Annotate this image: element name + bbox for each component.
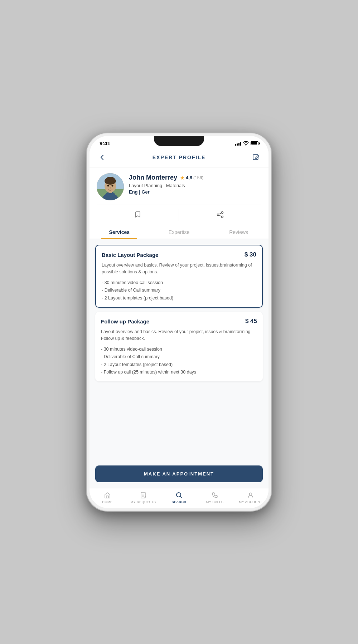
- edit-button[interactable]: [251, 152, 261, 163]
- svg-point-10: [107, 185, 109, 187]
- notch: [154, 136, 204, 146]
- tab-expertise[interactable]: Expertise: [149, 225, 209, 239]
- bookmark-button[interactable]: [97, 209, 179, 221]
- svg-point-9: [106, 177, 115, 182]
- tab-reviews[interactable]: Reviews: [209, 225, 268, 239]
- service-price-followup: $ 45: [245, 318, 257, 325]
- nav-label-calls: MY CALLS: [206, 500, 223, 504]
- rating-container: ★ 4,8 (156): [180, 175, 203, 181]
- service-header-basic: Basic Layout Package $ 30: [102, 251, 256, 258]
- profile-name-row: John Monterrey ★ 4,8 (156): [129, 174, 261, 181]
- app-header: EXPERT PROFILE: [90, 148, 268, 167]
- signal-bars-icon: [235, 141, 241, 146]
- service-features-basic: - 30 minutes video-call session - Delive…: [102, 280, 256, 302]
- review-count: (156): [193, 175, 203, 180]
- profile-name: John Monterrey: [129, 174, 177, 181]
- status-bar: 9:41: [90, 136, 268, 148]
- home-icon: [103, 491, 111, 499]
- svg-point-23: [250, 493, 252, 496]
- profile-section: John Monterrey ★ 4,8 (156) Layout Planni…: [90, 167, 268, 225]
- service-description-followup: Layout overview and basics. Review of yo…: [101, 328, 257, 342]
- bookmark-icon: [134, 211, 142, 219]
- profile-info: John Monterrey ★ 4,8 (156) Layout Planni…: [97, 173, 261, 200]
- bottom-nav: HOME MY REQUESTS: [90, 488, 268, 508]
- list-item: - 30 minutes video-call session: [101, 346, 257, 353]
- rating-value: 4,8: [186, 175, 192, 180]
- share-button[interactable]: [179, 209, 261, 221]
- svg-point-12: [110, 187, 111, 189]
- svg-point-15: [222, 216, 223, 218]
- share-icon: [216, 211, 224, 219]
- wifi-icon: [243, 141, 249, 146]
- nav-item-requests[interactable]: MY REQUESTS: [125, 491, 161, 504]
- service-price-basic: $ 30: [245, 251, 256, 258]
- avatar: [97, 173, 124, 200]
- list-item: - 2 Layout templates (project based): [101, 362, 257, 368]
- account-icon: [247, 491, 255, 499]
- calls-icon: [211, 491, 219, 499]
- services-content: Basic Layout Package $ 30 Layout overvie…: [90, 239, 268, 461]
- search-icon: [175, 491, 183, 499]
- service-header-followup: Follow up Package $ 45: [101, 318, 257, 325]
- service-card-followup[interactable]: Follow up Package $ 45 Layout overview a…: [95, 312, 263, 381]
- svg-point-13: [222, 212, 223, 214]
- status-icons: [235, 141, 258, 146]
- service-card-basic[interactable]: Basic Layout Package $ 30 Layout overvie…: [95, 245, 263, 308]
- cta-section: MAKE AN APPOINTMENT: [90, 461, 268, 488]
- nav-item-search[interactable]: SEARCH: [161, 491, 197, 504]
- profile-specialty: Layout Planning | Materials: [129, 183, 261, 188]
- list-item: - 30 minutes video-call session: [102, 280, 256, 286]
- nav-label-account: MY ACCOUNT: [239, 500, 262, 504]
- star-icon: ★: [180, 175, 185, 181]
- tab-services[interactable]: Services: [90, 225, 149, 239]
- tabs: Services Expertise Reviews: [90, 225, 268, 239]
- nav-item-calls[interactable]: MY CALLS: [197, 491, 233, 504]
- svg-line-16: [219, 213, 221, 214]
- list-item: - Deliverable of Call summary: [101, 354, 257, 360]
- list-item: - Deliverable of Call summary: [102, 287, 256, 294]
- profile-language: Eng | Ger: [129, 189, 261, 195]
- service-title-basic: Basic Layout Package: [102, 252, 158, 258]
- nav-label-home: HOME: [102, 500, 113, 504]
- app-content: EXPERT PROFILE: [90, 148, 268, 508]
- profile-details: John Monterrey ★ 4,8 (156) Layout Planni…: [129, 173, 261, 195]
- requests-icon: [139, 491, 147, 499]
- list-item: - 2 Layout templates (project based): [102, 295, 256, 302]
- service-features-followup: - 30 minutes video-call session - Delive…: [101, 346, 257, 376]
- svg-point-14: [217, 214, 219, 216]
- service-description-basic: Layout overview and basics. Review of yo…: [102, 262, 256, 275]
- nav-item-account[interactable]: MY ACCOUNT: [233, 491, 268, 504]
- svg-point-11: [112, 185, 113, 187]
- nav-item-home[interactable]: HOME: [90, 491, 125, 504]
- nav-label-requests: MY REQUESTS: [131, 500, 156, 504]
- service-title-followup: Follow up Package: [101, 318, 149, 325]
- status-time: 9:41: [100, 140, 110, 146]
- page-title: EXPERT PROFILE: [153, 155, 206, 160]
- phone-inner: 9:41: [90, 136, 268, 508]
- profile-actions: [97, 205, 261, 221]
- make-appointment-button[interactable]: MAKE AN APPOINTMENT: [95, 465, 263, 482]
- svg-line-17: [219, 215, 221, 216]
- list-item: - Follow up call (25 minutes) within nex…: [101, 369, 257, 376]
- nav-label-search: SEARCH: [171, 500, 186, 504]
- back-button[interactable]: [97, 152, 107, 163]
- phone-frame: 9:41: [86, 132, 272, 512]
- battery-icon: [251, 141, 258, 145]
